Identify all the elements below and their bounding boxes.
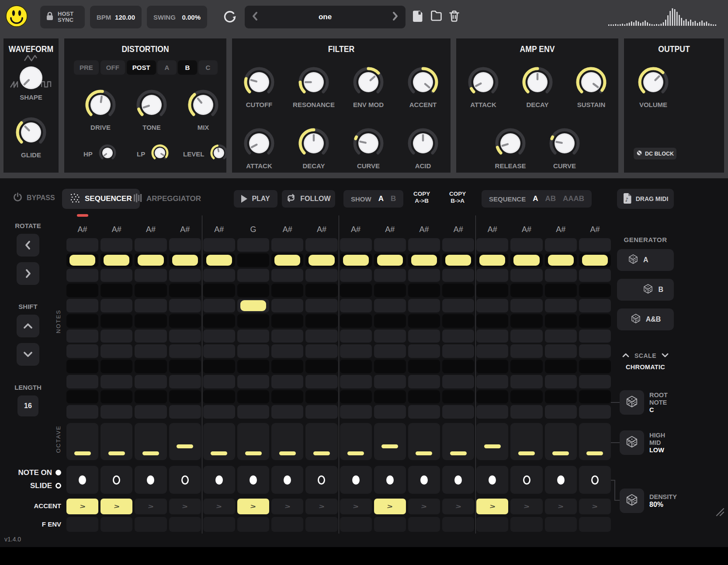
note-cell-D#-step13[interactable]: [476, 360, 508, 373]
note-cell-G-step3[interactable]: [135, 299, 166, 312]
active-note-pill[interactable]: [274, 255, 300, 266]
note-on-cell-step4[interactable]: [169, 466, 201, 494]
filter-attack-knob[interactable]: ATTACK: [242, 126, 276, 170]
generate-a-and-b-button[interactable]: A&B: [617, 308, 674, 330]
note-cell-C-step15[interactable]: [545, 405, 577, 419]
note-cell-B-step14[interactable]: [510, 238, 542, 252]
note-cell-G#-step9[interactable]: [340, 284, 372, 297]
note-cell-C#-step9[interactable]: [340, 390, 372, 404]
note-cell-F#-step13[interactable]: [476, 314, 508, 328]
note-cell-D#-step4[interactable]: [169, 360, 201, 373]
note-cell-B-step12[interactable]: [442, 238, 474, 252]
note-cell-G-step12[interactable]: [442, 299, 474, 312]
note-cell-E-step10[interactable]: [374, 344, 406, 358]
note-cell-F#-step7[interactable]: [271, 314, 303, 328]
note-cell-F#-step14[interactable]: [510, 314, 542, 328]
option-a[interactable]: A: [157, 60, 177, 75]
note-cell-E-step7[interactable]: [271, 344, 303, 358]
note-cell-A-step15[interactable]: [545, 269, 577, 282]
note-cell-C#-step8[interactable]: [305, 390, 337, 404]
note-cell-B-step4[interactable]: [169, 238, 201, 252]
note-cell-C#-step5[interactable]: [203, 390, 235, 404]
note-cell-E-step13[interactable]: [476, 344, 508, 358]
note-cell-A#-step7[interactable]: [271, 253, 303, 267]
knob-dial[interactable]: [297, 126, 331, 162]
note-cell-G#-step16[interactable]: [579, 284, 611, 297]
lp-knob[interactable]: LP: [137, 143, 170, 164]
knob-dial[interactable]: [17, 64, 45, 94]
octave-cell-step8[interactable]: [305, 423, 337, 460]
note-cell-G#-step1[interactable]: [66, 284, 98, 297]
note-cell-D-step8[interactable]: [305, 375, 337, 388]
f-env-cell-step15[interactable]: [545, 517, 577, 532]
distortion-level-knob[interactable]: LEVEL: [183, 143, 229, 164]
accent-cell-step8[interactable]: >: [305, 499, 337, 514]
note-cell-C#-step6[interactable]: [237, 390, 269, 404]
note-cell-G#-step5[interactable]: [203, 284, 235, 297]
active-note-pill[interactable]: [548, 255, 574, 266]
note-cell-F-step7[interactable]: [271, 329, 303, 343]
note-on-cell-step1[interactable]: [66, 466, 98, 494]
octave-cell-step2[interactable]: [101, 423, 132, 460]
f-env-cell-step11[interactable]: [408, 517, 440, 532]
accent-cell-step16[interactable]: >: [579, 499, 611, 514]
note-cell-E-step5[interactable]: [203, 344, 235, 358]
note-cell-D-step10[interactable]: [374, 375, 406, 388]
option-post[interactable]: POST: [127, 60, 156, 75]
preset-prev-icon[interactable]: [250, 10, 260, 24]
note-cell-C-step9[interactable]: [340, 405, 372, 419]
knob-dial[interactable]: [351, 65, 385, 101]
note-cell-G#-step12[interactable]: [442, 284, 474, 297]
accent-cell-step14[interactable]: >: [510, 499, 542, 514]
preset-name[interactable]: one: [319, 13, 332, 21]
accent-cell-step5[interactable]: >: [203, 499, 235, 514]
note-cell-C-step11[interactable]: [408, 405, 440, 419]
note-cell-C#-step3[interactable]: [135, 390, 166, 404]
note-cell-B-step11[interactable]: [408, 238, 440, 252]
option-c[interactable]: C: [198, 60, 218, 75]
knob-dial[interactable]: [186, 88, 220, 124]
f-env-cell-step1[interactable]: [66, 517, 98, 532]
note-cell-B-step1[interactable]: [66, 238, 98, 252]
note-cell-A-step12[interactable]: [442, 269, 474, 282]
note-cell-G#-step2[interactable]: [101, 284, 132, 297]
bpm-value[interactable]: 120.00: [115, 14, 135, 21]
note-cell-A#-step14[interactable]: [510, 253, 542, 267]
f-env-cell-step16[interactable]: [579, 517, 611, 532]
load-folder-icon[interactable]: [430, 10, 442, 23]
sustain-knob[interactable]: SUSTAIN: [574, 65, 608, 108]
note-cell-G-step16[interactable]: [579, 299, 611, 312]
note-on-cell-step6[interactable]: [237, 466, 269, 494]
scale-value[interactable]: CHROMATIC: [610, 364, 681, 371]
note-cell-F#-step6[interactable]: [237, 314, 269, 328]
option-b[interactable]: B: [178, 60, 197, 75]
f-env-cell-step13[interactable]: [476, 517, 508, 532]
note-cell-E-step15[interactable]: [545, 344, 577, 358]
note-cell-B-step2[interactable]: [101, 238, 132, 252]
note-cell-A-step1[interactable]: [66, 269, 98, 282]
note-cell-E-step8[interactable]: [305, 344, 337, 358]
active-note-pill[interactable]: [513, 255, 539, 266]
note-cell-C-step3[interactable]: [135, 405, 166, 419]
note-cell-F#-step5[interactable]: [203, 314, 235, 328]
acid-knob[interactable]: ACID: [406, 126, 440, 170]
note-cell-D-step2[interactable]: [101, 375, 132, 388]
note-cell-C-step13[interactable]: [476, 405, 508, 419]
f-env-cell-step4[interactable]: [169, 517, 201, 532]
active-note-pill[interactable]: [445, 255, 471, 266]
knob-dial[interactable]: [493, 126, 527, 162]
generate-a-button[interactable]: A: [617, 249, 674, 271]
note-cell-A-step13[interactable]: [476, 269, 508, 282]
note-cell-G-step15[interactable]: [545, 299, 577, 312]
generate-b-button[interactable]: B: [617, 279, 674, 301]
filter-decay-knob[interactable]: DECAY: [297, 126, 331, 170]
note-cell-A-step9[interactable]: [340, 269, 372, 282]
octave-cell-step1[interactable]: [66, 423, 98, 460]
accent-cell-step6[interactable]: >: [237, 499, 269, 514]
note-cell-C#-step1[interactable]: [66, 390, 98, 404]
note-cell-A#-step1[interactable]: [66, 253, 98, 267]
note-cell-F#-step8[interactable]: [305, 314, 337, 328]
note-cell-G-step10[interactable]: [374, 299, 406, 312]
scale-up-icon[interactable]: [622, 352, 630, 359]
octave-cell-step3[interactable]: [135, 423, 166, 460]
